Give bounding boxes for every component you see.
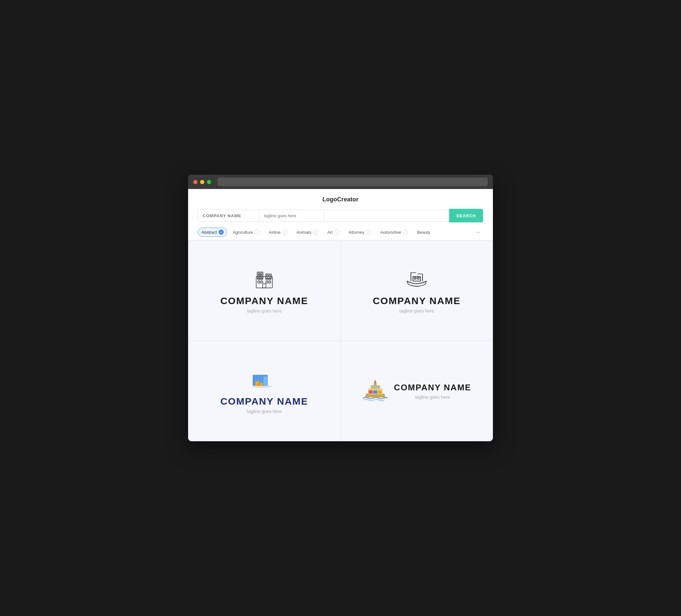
svg-rect-15	[266, 281, 268, 283]
filter-label-animals: Animals	[296, 230, 311, 235]
check-icon-attorney: ✓	[366, 230, 371, 235]
browser-titlebar	[188, 175, 493, 189]
svg-rect-7	[267, 275, 268, 277]
svg-rect-16	[269, 281, 271, 283]
logo1-tagline: tagline goes here	[247, 308, 281, 313]
filter-chip-automotive[interactable]: Automotive ✓	[377, 228, 411, 237]
svg-rect-5	[258, 275, 260, 277]
filter-chip-attorney[interactable]: Attorney ✓	[345, 228, 375, 237]
search-bar: SEARCH	[188, 209, 493, 228]
check-icon-animals: ✓	[313, 230, 318, 235]
svg-point-36	[252, 385, 272, 388]
logo-card-4[interactable]: COMPANY NAME tagline goes here	[340, 341, 493, 441]
logo3-tagline: tagline goes here	[247, 409, 281, 414]
logo4-company-name: COMPANY NAME	[394, 383, 471, 393]
svg-rect-44	[369, 390, 373, 393]
minimize-button[interactable]	[200, 180, 204, 184]
svg-rect-41	[378, 386, 380, 388]
filter-label-airline: Airline	[269, 230, 280, 235]
filter-chip-abstract[interactable]: Abstract ✓	[198, 228, 227, 237]
building-icon	[251, 267, 277, 290]
logo-grid: COMPANY NAME tagline goes here	[188, 240, 493, 441]
filter-label-attorney: Attorney	[349, 230, 364, 235]
svg-rect-26	[418, 278, 419, 279]
check-icon-automotive: ✓	[403, 230, 408, 235]
check-icon-art: ✓	[334, 230, 339, 235]
check-icon-agriculture: ✓	[255, 230, 260, 235]
url-bar[interactable]	[218, 178, 488, 186]
filter-label-agriculture: Agriculture	[233, 230, 253, 235]
filter-chip-animals[interactable]: Animals ✓	[293, 228, 322, 237]
filter-chip-airline[interactable]: Airline ✓	[265, 228, 291, 237]
browser-window: LogoCreator SEARCH Abstract ✓ Agricultur…	[188, 175, 493, 441]
tagline-input[interactable]	[259, 210, 324, 222]
svg-rect-8	[269, 275, 271, 277]
ship-color-icon	[362, 379, 388, 403]
svg-rect-29	[263, 377, 267, 386]
extra-input[interactable]	[324, 210, 449, 222]
app-title: LogoCreator	[188, 189, 493, 209]
warehouse-icon	[251, 368, 277, 391]
svg-rect-17	[263, 284, 266, 288]
logo2-tagline: tagline goes here	[399, 308, 434, 313]
svg-rect-13	[258, 281, 260, 283]
app-container: LogoCreator SEARCH Abstract ✓ Agricultur…	[188, 189, 493, 441]
logo-card-2[interactable]: COMPANY NAME tagline goes here	[340, 240, 493, 341]
logo4-text-group: COMPANY NAME tagline goes here	[394, 383, 471, 400]
logo4-tagline: tagline goes here	[394, 394, 471, 400]
svg-rect-40	[375, 386, 377, 388]
search-button[interactable]: SEARCH	[449, 209, 483, 223]
svg-rect-42	[374, 383, 377, 386]
svg-rect-6	[260, 275, 262, 277]
svg-rect-35	[260, 383, 263, 386]
filter-chip-agriculture[interactable]: Agriculture ✓	[229, 228, 263, 237]
svg-rect-39	[372, 386, 374, 388]
filter-label-art: Art	[327, 230, 333, 235]
svg-rect-4	[260, 273, 262, 275]
filter-label-beauty: Beauty	[417, 230, 430, 235]
filter-bar: Abstract ✓ Agriculture ✓ Airline ✓ Anima…	[188, 228, 493, 240]
company-name-input[interactable]	[198, 210, 259, 222]
svg-rect-46	[378, 390, 382, 393]
svg-rect-11	[266, 278, 268, 280]
logo1-company-name: COMPANY NAME	[220, 296, 308, 306]
logo2-company-name: COMPANY NAME	[373, 296, 460, 306]
maximize-button[interactable]	[207, 180, 211, 184]
svg-rect-3	[258, 273, 260, 275]
filter-next-button[interactable]: →	[473, 228, 483, 236]
svg-rect-14	[261, 281, 263, 283]
logo-card-1[interactable]: COMPANY NAME tagline goes here	[188, 240, 340, 341]
close-button[interactable]	[193, 180, 198, 184]
filter-chip-beauty[interactable]: Beauty	[413, 228, 434, 237]
check-icon-abstract: ✓	[219, 230, 224, 235]
svg-marker-43	[374, 380, 377, 383]
svg-rect-9	[258, 278, 260, 280]
ship-icon	[404, 267, 430, 290]
filter-label-automotive: Automotive	[380, 230, 401, 235]
svg-rect-10	[261, 278, 263, 280]
svg-rect-45	[373, 390, 377, 393]
svg-rect-12	[269, 278, 271, 280]
filter-label-abstract: Abstract	[201, 230, 217, 235]
filter-chip-art[interactable]: Art ✓	[324, 228, 343, 237]
logo-card-3[interactable]: COMPANY NAME tagline goes here	[188, 341, 340, 441]
check-icon-airline: ✓	[282, 230, 287, 235]
svg-rect-25	[414, 278, 416, 279]
logo3-company-name: COMPANY NAME	[220, 396, 308, 407]
